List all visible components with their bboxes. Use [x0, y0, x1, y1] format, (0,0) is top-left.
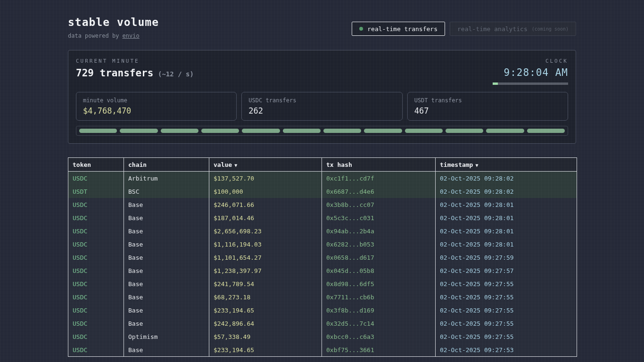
cell-tx-hash[interactable]: 0x32d5...7c14: [322, 317, 436, 330]
table-row: USDC Base $68,273.18 0x7711...cb6b 02-Oc…: [68, 290, 577, 304]
tab-real-time-analytics[interactable]: real-time analytics (coming soon): [450, 22, 576, 36]
cell-tx-hash[interactable]: 0x0658...d617: [322, 251, 436, 264]
stat-box-usdc-transfers: USDC transfers 262: [241, 92, 402, 121]
cell-tx-hash[interactable]: 0x045d...05b8: [322, 264, 436, 277]
cell-timestamp: 02-Oct-2025 09:28:02: [436, 172, 577, 185]
cell-value: $242,896.64: [209, 317, 322, 330]
minute-segment: [323, 129, 361, 133]
cell-tx-hash[interactable]: 0x3f8b...d169: [322, 304, 436, 317]
cell-token: USDC: [68, 198, 124, 211]
cell-token: USDC: [68, 304, 124, 317]
transfers-tbody: USDC Arbitrum $137,527.70 0xc1f1...cd7f …: [68, 172, 577, 356]
cell-value: $1,116,194.03: [209, 238, 322, 251]
cell-token: USDC: [68, 172, 124, 185]
cell-tx-hash[interactable]: 0x3b8b...cc07: [322, 198, 436, 211]
coming-soon-badge: (coming soon): [532, 26, 569, 32]
cell-chain: Base: [124, 211, 209, 224]
table-row: USDT BSC $100,000 0x6687...d4e6 02-Oct-2…: [68, 185, 577, 198]
clock-progress-fill: [493, 82, 498, 85]
cell-chain: Base: [124, 290, 209, 304]
cell-chain: Base: [124, 198, 209, 211]
cell-tx-hash[interactable]: 0xbf75...3661: [322, 343, 436, 356]
col-header-token: token: [68, 158, 124, 172]
cell-timestamp: 02-Oct-2025 09:27:53: [436, 343, 577, 356]
cell-value: $1,238,397.97: [209, 264, 322, 277]
cell-value: $137,527.70: [209, 172, 322, 185]
cell-chain: Base: [124, 238, 209, 251]
cell-timestamp: 02-Oct-2025 09:28:01: [436, 224, 577, 238]
cell-timestamp: 02-Oct-2025 09:27:55: [436, 277, 577, 290]
table-row: USDC Base $1,101,654.27 0x0658...d617 02…: [68, 251, 577, 264]
cell-chain: Optimism: [124, 330, 209, 343]
envio-link[interactable]: envio: [123, 33, 140, 39]
cell-timestamp: 02-Oct-2025 09:27:55: [436, 330, 577, 343]
col-header-value[interactable]: value▼: [209, 158, 322, 172]
cell-value: $187,014.46: [209, 211, 322, 224]
cell-tx-hash[interactable]: 0xbcc0...c6a3: [322, 330, 436, 343]
cell-tx-hash[interactable]: 0x5c3c...c031: [322, 211, 436, 224]
table-row: USDC Arbitrum $137,527.70 0xc1f1...cd7f …: [68, 172, 577, 185]
table-row: USDC Base $1,116,194.03 0x6282...b053 02…: [68, 238, 577, 251]
minute-segment: [446, 129, 483, 133]
view-tabs: real-time transfers real-time analytics …: [352, 22, 576, 36]
table-row: USDC Base $1,238,397.97 0x045d...05b8 02…: [68, 264, 577, 277]
col-header-timestamp[interactable]: timestamp▼: [436, 158, 577, 172]
subtitle-text: data powered by: [68, 33, 123, 39]
minute-segment: [161, 129, 198, 133]
stat-boxes: minute volume $4,768,470 USDC transfers …: [76, 92, 568, 121]
transfers-count-line: 729 transfers (~12 / s): [76, 67, 194, 79]
stat-label: USDT transfers: [414, 97, 561, 104]
tab-label: real-time analytics: [457, 25, 528, 33]
live-dot-icon: [359, 27, 363, 31]
cell-timestamp: 02-Oct-2025 09:27:55: [436, 290, 577, 304]
page: stable volume data powered by envio real…: [68, 0, 576, 357]
table-row: USDC Base $2,656,698.23 0x94ab...2b4a 02…: [68, 224, 577, 238]
cell-value: $57,338.49: [209, 330, 322, 343]
cell-token: USDC: [68, 238, 124, 251]
cell-timestamp: 02-Oct-2025 09:28:01: [436, 211, 577, 224]
cell-token: USDC: [68, 277, 124, 290]
cell-tx-hash[interactable]: 0x94ab...2b4a: [322, 224, 436, 238]
panel-top: CURRENT MINUTE 729 transfers (~12 / s) C…: [76, 58, 568, 85]
stat-box-minute-volume: minute volume $4,768,470: [76, 92, 237, 121]
cell-chain: Base: [124, 317, 209, 330]
cell-value: $233,194.65: [209, 304, 322, 317]
tab-label: real-time transfers: [367, 25, 438, 33]
cell-tx-hash[interactable]: 0xc1f1...cd7f: [322, 172, 436, 185]
cell-tx-hash[interactable]: 0x6282...b053: [322, 238, 436, 251]
cell-token: USDT: [68, 185, 124, 198]
cell-token: USDC: [68, 290, 124, 304]
cell-value: $233,194.65: [209, 343, 322, 356]
cell-token: USDC: [68, 343, 124, 356]
cell-value: $2,656,698.23: [209, 224, 322, 238]
table-row: USDC Optimism $57,338.49 0xbcc0...c6a3 0…: [68, 330, 577, 343]
minute-segment: [120, 129, 157, 133]
table-row: USDC Base $233,194.65 0xbf75...3661 02-O…: [68, 343, 577, 356]
current-minute-block: CURRENT MINUTE 729 transfers (~12 / s): [76, 58, 194, 79]
cell-value: $100,000: [209, 185, 322, 198]
clock-label: CLOCK: [493, 58, 568, 64]
minute-segment: [486, 129, 524, 133]
clock-time: 9:28:04 AM: [493, 67, 568, 78]
cell-value: $246,071.66: [209, 198, 322, 211]
sort-desc-icon: ▼: [234, 163, 237, 168]
minute-segment: [79, 129, 117, 133]
cell-token: USDC: [68, 317, 124, 330]
minute-segment: [527, 129, 565, 133]
current-minute-panel: CURRENT MINUTE 729 transfers (~12 / s) C…: [68, 50, 576, 144]
cell-timestamp: 02-Oct-2025 09:28:02: [436, 185, 577, 198]
cell-tx-hash[interactable]: 0x7711...cb6b: [322, 290, 436, 304]
minute-segment: [283, 129, 321, 133]
cell-timestamp: 02-Oct-2025 09:27:57: [436, 264, 577, 277]
clock-block: CLOCK 9:28:04 AM: [493, 58, 568, 85]
table-row: USDC Base $233,194.65 0x3f8b...d169 02-O…: [68, 304, 577, 317]
tab-real-time-transfers[interactable]: real-time transfers: [352, 22, 445, 36]
col-header-chain: chain: [124, 158, 209, 172]
table-row: USDC Base $241,789.54 0x8d98...6df5 02-O…: [68, 277, 577, 290]
usdt-transfers-value: 467: [414, 106, 561, 115]
table-row: USDC Base $187,014.46 0x5c3c...c031 02-O…: [68, 211, 577, 224]
cell-token: USDC: [68, 224, 124, 238]
cell-tx-hash[interactable]: 0x8d98...6df5: [322, 277, 436, 290]
transfers-table: token chain value▼ tx hash timestamp▼ US…: [68, 157, 577, 357]
cell-tx-hash[interactable]: 0x6687...d4e6: [322, 185, 436, 198]
